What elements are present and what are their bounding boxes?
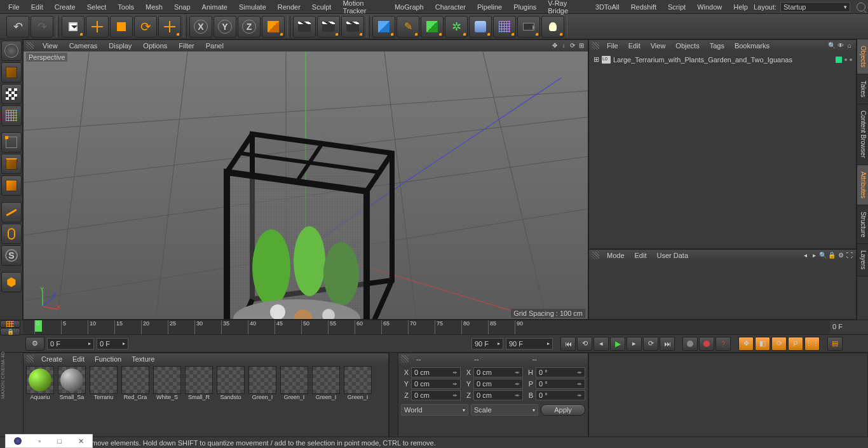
frame-start-field[interactable]: 0 F (47, 338, 94, 350)
selection-tool-button[interactable] (62, 16, 85, 37)
key-param-button[interactable]: P (788, 337, 803, 351)
obj-menu-edit[interactable]: Edit (623, 41, 646, 51)
close-icon[interactable]: ✕ (78, 437, 84, 445)
menu-motion-tracker[interactable]: Motion Tracker (337, 0, 388, 17)
coord-field[interactable]: 0 ° (536, 390, 585, 400)
primitive-cube-button[interactable] (372, 16, 395, 37)
film-button[interactable]: ▤ (827, 337, 843, 351)
frame-current-field[interactable]: 0 F (97, 338, 128, 350)
y-axis-button[interactable]: Y (214, 16, 236, 37)
snap-button[interactable]: S (1, 245, 22, 266)
material-item[interactable]: Green_I (311, 366, 341, 446)
menu-file[interactable]: File (3, 1, 25, 13)
maximize-icon[interactable]: □ (57, 437, 62, 445)
object-name[interactable]: Large_Terrarium_with_Plants_Garden_and_T… (613, 56, 792, 64)
render-picture-button[interactable] (317, 16, 340, 37)
attr-menu-edit[interactable]: Edit (630, 250, 652, 261)
tab-attributes[interactable]: Attributes (857, 165, 868, 205)
mat-menu-edit[interactable]: Edit (67, 354, 90, 364)
menu-script[interactable]: Script (662, 1, 691, 13)
menu-redshift[interactable]: Redshift (625, 1, 662, 13)
material-item[interactable]: Terrariu (88, 366, 119, 446)
camera-button[interactable] (517, 16, 540, 37)
object-tree[interactable]: ⊞ Large_Terrarium_with_Plants_Garden_and… (589, 51, 856, 67)
obj-menu-view[interactable]: View (646, 41, 671, 51)
search-icon[interactable]: 🔍 (819, 252, 827, 259)
apply-button[interactable]: Apply (541, 404, 585, 416)
eye-icon[interactable]: 👁 (837, 42, 844, 50)
goto-end-button[interactable]: ⏭ (660, 337, 675, 351)
material-item[interactable]: Green_I (279, 366, 309, 446)
minimize-icon[interactable]: ▫ (38, 437, 41, 445)
timeline-settings-button[interactable]: ⚙ (25, 337, 44, 351)
menu-vray-bridge[interactable]: V-Ray Bridge (542, 0, 590, 17)
model-mode-button[interactable] (1, 62, 22, 83)
play-button[interactable]: ▶ (610, 337, 625, 351)
spline-pen-button[interactable]: ✎ (397, 16, 419, 37)
panel-handle-icon[interactable] (592, 42, 599, 50)
material-item[interactable]: White_S (152, 366, 182, 446)
gear-icon[interactable]: ⚙ (837, 252, 844, 259)
menu-help[interactable]: Help (728, 1, 754, 13)
menu-animate[interactable]: Animate (196, 1, 233, 13)
maximize-icon[interactable]: ⛶ (846, 252, 853, 259)
x-axis-button[interactable]: X (189, 16, 212, 37)
timeline-track[interactable]: 051015202530354045505560657075808590 (23, 320, 830, 334)
coord-system-dropdown[interactable]: World (401, 404, 468, 416)
coord-mode-dropdown[interactable]: Scale (471, 404, 538, 416)
axis-mode-button[interactable] (1, 202, 22, 222)
obj-menu-objects[interactable]: Objects (670, 41, 704, 51)
tab-content-browser[interactable]: Content Browser (857, 104, 868, 165)
search-icon[interactable]: 🔍 (828, 42, 836, 50)
lock-icon[interactable]: 🔒 (828, 252, 836, 259)
menu-window[interactable]: Window (691, 1, 728, 13)
goto-start-button[interactable]: ⏮ (560, 337, 576, 351)
mat-menu-function[interactable]: Function (90, 354, 126, 364)
undo-button[interactable] (6, 16, 29, 37)
z-axis-button[interactable]: Z (238, 16, 261, 37)
menu-character[interactable]: Character (430, 1, 471, 13)
layout-dropdown[interactable]: Startup (780, 2, 850, 12)
redo-button[interactable] (31, 16, 53, 37)
menu-simulate[interactable]: Simulate (233, 1, 272, 13)
menu-sculpt[interactable]: Sculpt (306, 1, 337, 13)
vp-nav-icon[interactable]: ⟳ (569, 42, 576, 50)
panel-handle-icon[interactable] (401, 355, 409, 363)
render-view-button[interactable] (293, 16, 316, 37)
panel-handle-icon[interactable] (26, 355, 34, 363)
menu-select[interactable]: Select (81, 1, 112, 13)
os-taskbar-item[interactable]: ▫ □ ✕ (5, 434, 93, 448)
menu-3dtoall[interactable]: 3DToAll (590, 1, 625, 13)
coord-field[interactable]: 0 cm (473, 390, 523, 400)
prev-frame-button[interactable]: ◂ (593, 337, 609, 351)
coord-system-button[interactable] (262, 16, 285, 37)
workplane-button[interactable] (1, 105, 22, 126)
coord-field[interactable]: 0 cm (473, 379, 523, 389)
vp-nav-icon[interactable]: ⊞ (578, 42, 585, 50)
last-tool-button[interactable] (158, 16, 181, 37)
coord-field[interactable]: 0 ° (536, 367, 585, 377)
deformer-button[interactable]: ✲ (445, 16, 468, 37)
vp-menu-display[interactable]: Display (104, 41, 137, 51)
magnet-button[interactable] (1, 272, 22, 292)
search-icon[interactable] (857, 3, 865, 11)
dot-tag-icon[interactable] (850, 58, 852, 61)
nav-back-icon[interactable]: ◂ (801, 252, 809, 259)
next-key-button[interactable]: ⟳ (643, 337, 658, 351)
vp-nav-icon[interactable]: ✥ (551, 42, 559, 50)
attr-menu-mode[interactable]: Mode (602, 250, 630, 261)
mat-menu-create[interactable]: Create (36, 354, 67, 364)
tab-layers[interactable]: Layers (857, 244, 868, 276)
obj-menu-bookmarks[interactable]: Bookmarks (729, 41, 775, 51)
menu-tools[interactable]: Tools (112, 1, 140, 13)
frame-total-field[interactable]: 90 F (506, 338, 553, 350)
material-item[interactable]: Red_Gra (120, 366, 151, 446)
render-settings-button[interactable] (341, 16, 364, 37)
material-item[interactable]: Small_R (184, 366, 214, 446)
menu-snap[interactable]: Snap (168, 1, 196, 13)
dot-tag-icon[interactable] (844, 58, 847, 61)
next-frame-button[interactable]: ▸ (627, 337, 642, 351)
menu-create[interactable]: Create (49, 1, 81, 13)
panel-handle-icon[interactable] (592, 252, 599, 259)
vp-menu-view[interactable]: View (37, 41, 63, 51)
